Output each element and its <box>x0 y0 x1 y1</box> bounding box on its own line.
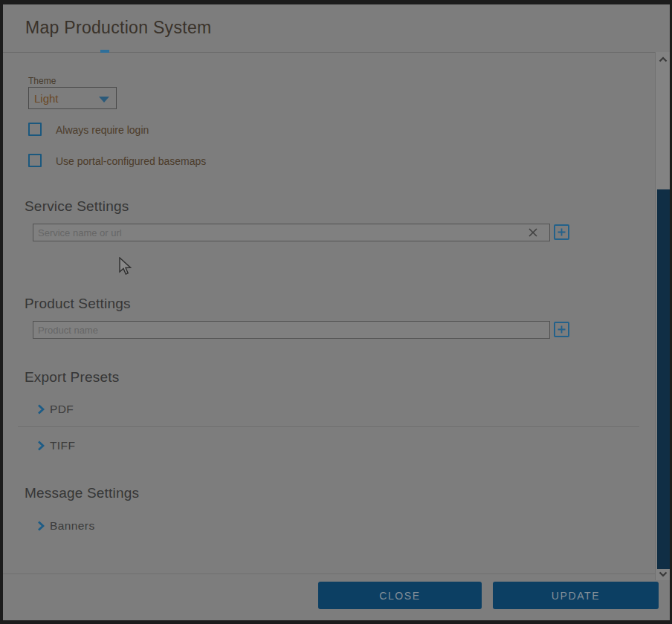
chevron-up-icon <box>659 56 668 62</box>
scrolled-element-edge <box>100 50 109 53</box>
clear-icon[interactable] <box>528 227 538 238</box>
product-settings-heading: Product Settings <box>25 296 131 312</box>
theme-select[interactable]: Light <box>28 87 117 109</box>
chevron-right-icon <box>37 441 45 451</box>
export-presets-heading: Export Presets <box>25 369 119 386</box>
always-require-login-checkbox[interactable] <box>28 123 42 136</box>
footer-divider <box>3 573 670 574</box>
add-service-button[interactable] <box>554 224 569 240</box>
tiff-expander-label: TIFF <box>50 439 75 452</box>
banners-expander-label: Banners <box>50 519 95 533</box>
update-button[interactable]: UPDATE <box>493 582 659 609</box>
service-name-input[interactable] <box>33 224 550 241</box>
scroll-down-button[interactable] <box>656 568 671 580</box>
theme-label: Theme <box>28 76 56 86</box>
plus-icon <box>558 325 566 334</box>
portal-basemaps-checkbox[interactable] <box>28 154 42 167</box>
map-production-dialog: Map Production System Theme Light Always… <box>3 4 670 620</box>
service-settings-heading: Service Settings <box>25 198 129 215</box>
chevron-down-icon <box>99 97 109 103</box>
message-settings-heading: Message Settings <box>25 485 139 501</box>
plus-icon <box>558 228 566 236</box>
chevron-down-icon <box>659 571 668 577</box>
scrollbar-thumb[interactable] <box>657 189 670 569</box>
chevron-right-icon <box>37 521 45 531</box>
theme-select-value: Light <box>34 92 59 105</box>
chevron-right-icon <box>37 404 45 415</box>
dialog-title: Map Production System <box>25 18 211 38</box>
close-button[interactable]: CLOSE <box>318 582 482 609</box>
always-require-login-label: Always require login <box>56 124 149 136</box>
preset-row-divider <box>18 426 639 427</box>
pdf-expander-label: PDF <box>50 403 74 416</box>
scroll-up-button[interactable] <box>656 53 671 65</box>
vertical-scrollbar[interactable] <box>655 52 670 580</box>
product-name-input[interactable] <box>33 321 550 339</box>
add-product-button[interactable] <box>554 322 569 337</box>
mouse-cursor <box>117 257 134 276</box>
screenshot-root: Map Production System Theme Light Always… <box>0 0 672 624</box>
portal-basemaps-label: Use portal-configured basemaps <box>56 155 206 167</box>
